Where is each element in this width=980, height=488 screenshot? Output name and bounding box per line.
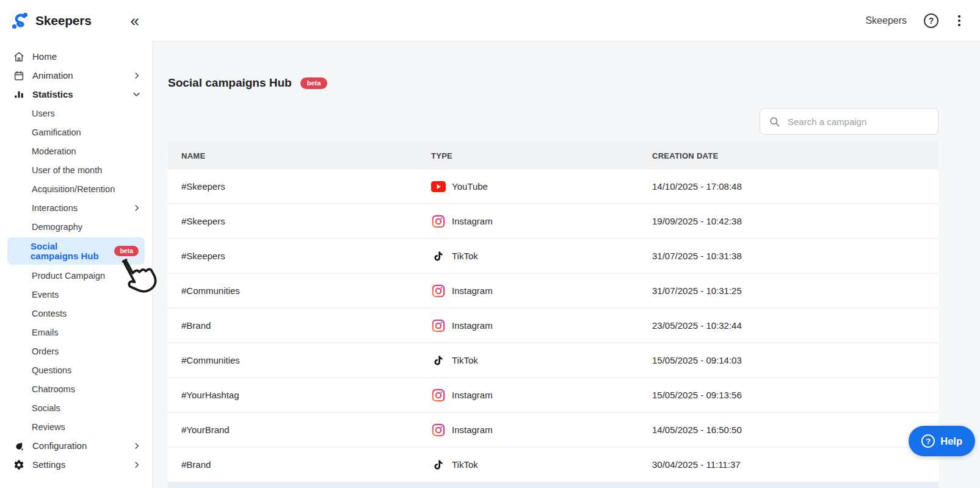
creation-date: 23/05/2025 - 10:32:44: [639, 320, 938, 331]
beta-badge: beta: [114, 246, 139, 256]
sidebar-item-emails[interactable]: Emails: [0, 323, 152, 342]
sidebar-item-user-of-the-month[interactable]: User of the month: [0, 160, 152, 179]
table-row[interactable]: #Skeepers YouTube 14/10/2025 - 17:08:48: [168, 170, 938, 204]
search-box[interactable]: [760, 108, 938, 135]
sidebar-item-demography[interactable]: Demography: [0, 217, 152, 236]
sidebar-collapse-icon[interactable]: «: [131, 13, 142, 29]
beta-badge: beta: [300, 77, 328, 89]
help-button[interactable]: ? Help: [909, 426, 975, 456]
kebab-menu-icon[interactable]: [956, 14, 963, 27]
campaign-type: TikTok: [418, 249, 639, 263]
table-row[interactable]: #YourBrand Instagram 14/05/2025 - 16:50:…: [168, 413, 938, 448]
type-label: Instagram: [452, 285, 493, 296]
help-circle-icon[interactable]: ?: [924, 13, 938, 28]
gear-icon: [13, 459, 24, 470]
column-header-creation-date: CREATION DATE: [639, 151, 938, 160]
campaign-name: #YourHashtag: [168, 390, 418, 400]
sidebar-item-label: Moderation: [32, 146, 76, 156]
sidebar-item-orders[interactable]: Orders: [0, 342, 152, 361]
sidebar-item-label: Emails: [32, 328, 59, 337]
sidebar-item-acquisition-retention[interactable]: Acquisition/Retention: [0, 179, 152, 198]
sidebar-item-label: Interactions: [32, 203, 78, 213]
bar-chart-icon: [13, 89, 24, 100]
table-row[interactable]: #YourHashtag Instagram 15/05/2025 - 09:1…: [168, 378, 938, 413]
type-label: TikTok: [452, 355, 478, 365]
table-row[interactable]: #Skeepers TikTok 31/07/2025 - 10:31:38: [168, 239, 938, 274]
chevron-right-icon: [132, 461, 141, 469]
sidebar-item-label: Contests: [32, 309, 67, 318]
type-label: Instagram: [452, 425, 493, 435]
calendar-icon: [13, 70, 24, 81]
sidebar-item-gamification[interactable]: Gamification: [0, 123, 152, 142]
table-header: NAME TYPE CREATION DATE: [168, 142, 938, 170]
sidebar-item-social-campaigns-hub[interactable]: Social campaigns Hub beta: [7, 237, 145, 265]
chevron-right-icon: [132, 442, 141, 450]
sidebar-item-reviews[interactable]: Reviews: [0, 417, 152, 436]
sidebar-item-label: Demography: [32, 222, 82, 232]
campaign-type: TikTok: [418, 354, 639, 367]
sidebar-item-contests[interactable]: Contests: [0, 304, 152, 323]
table-row[interactable]: #Communities TikTok 15/05/2025 - 09:14:0…: [168, 343, 938, 378]
skeepers-logo-icon: [11, 12, 29, 30]
sidebar-item-label: Orders: [32, 346, 59, 356]
sidebar-item-label: Product Campaign: [32, 271, 105, 281]
search-icon: [769, 116, 780, 127]
topbar-actions: Skeepers ?: [865, 13, 980, 28]
sidebar-item-interactions[interactable]: Interactions: [0, 198, 152, 217]
main-content: Social campaigns Hub beta NAME TYPE CREA…: [153, 41, 980, 488]
creation-date: 15/05/2025 - 09:14:03: [639, 355, 938, 365]
campaign-type: Instagram: [418, 284, 639, 298]
account-name[interactable]: Skeepers: [865, 15, 907, 26]
table-row[interactable]: #Skeepers Instagram 19/09/2025 - 10:42:3…: [168, 204, 938, 239]
help-button-label: Help: [940, 436, 962, 447]
sidebar-item-users[interactable]: Users: [0, 104, 152, 123]
search-row: [153, 108, 938, 135]
chevron-right-icon: [132, 204, 141, 212]
table-row[interactable]: #Brand Instagram 23/05/2025 - 10:32:44: [168, 309, 938, 343]
sidebar-item-product-campaign[interactable]: Product Campaign: [0, 266, 152, 285]
campaign-type: Instagram: [418, 319, 639, 332]
table-row[interactable]: #Brand TikTok 30/04/2025 - 11:11:37: [168, 448, 938, 483]
sidebar-item-label: Chatrooms: [32, 384, 75, 394]
sidebar-item-events[interactable]: Events: [0, 285, 152, 304]
top-bar: Skeepers « Skeepers ?: [0, 0, 980, 41]
sidebar-item-chatrooms[interactable]: Chatrooms: [0, 379, 152, 398]
type-label: YouTube: [452, 181, 488, 192]
sidebar-item-configuration[interactable]: Configuration: [0, 436, 152, 455]
search-input[interactable]: [786, 116, 929, 127]
page-title-row: Social campaigns Hub beta: [168, 76, 980, 90]
tiktok-icon: [431, 249, 446, 263]
chevron-down-icon: [132, 90, 141, 99]
sidebar-item-label: Statistics: [32, 89, 73, 99]
campaigns-table: NAME TYPE CREATION DATE #Skeepers YouTub…: [168, 142, 938, 488]
sidebar-item-label: Configuration: [32, 440, 87, 451]
creation-date: 30/04/2025 - 11:11:37: [639, 459, 938, 470]
instagram-icon: [431, 215, 446, 228]
table-row[interactable]: #Communities Instagram 31/07/2025 - 10:3…: [168, 274, 938, 309]
type-label: TikTok: [452, 459, 478, 470]
sidebar-item-label: Reviews: [32, 422, 65, 432]
creation-date: 14/10/2025 - 17:08:48: [639, 181, 938, 192]
sidebar-item-animation[interactable]: Animation: [0, 66, 152, 85]
brand-name: Skeepers: [35, 13, 92, 28]
campaign-name: #Skeepers: [168, 251, 418, 261]
sidebar-item-questions[interactable]: Questions: [0, 361, 152, 379]
sidebar-nav: Home Animation Statistics Users Gamifica…: [0, 41, 153, 488]
sidebar-item-label: Animation: [32, 70, 73, 81]
instagram-icon: [431, 284, 446, 298]
campaign-name: #YourBrand: [168, 425, 418, 435]
sidebar-item-moderation[interactable]: Moderation: [0, 142, 152, 160]
type-label: TikTok: [452, 251, 478, 261]
sidebar-item-home[interactable]: Home: [0, 47, 152, 66]
tiktok-icon: [431, 354, 446, 367]
campaign-type: YouTube: [418, 180, 639, 193]
column-header-type: TYPE: [418, 151, 639, 160]
sidebar-item-statistics[interactable]: Statistics: [0, 85, 152, 104]
campaign-name: #Brand: [168, 459, 418, 470]
sidebar-item-socials[interactable]: Socials: [0, 398, 152, 417]
chevron-right-icon: [132, 71, 141, 80]
sidebar-item-label: Home: [32, 51, 57, 62]
creation-date: 31/07/2025 - 10:31:25: [639, 285, 938, 296]
creation-date: 31/07/2025 - 10:31:38: [639, 251, 938, 261]
sidebar-item-settings[interactable]: Settings: [0, 455, 152, 474]
